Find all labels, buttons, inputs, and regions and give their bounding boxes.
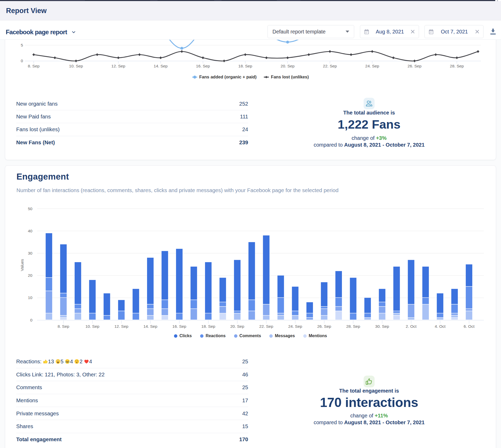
svg-text:10. Sep: 10. Sep	[69, 64, 83, 68]
svg-text:28. Sep: 28. Sep	[346, 324, 360, 329]
svg-text:5: 5	[21, 43, 23, 47]
svg-text:14. Sep: 14. Sep	[143, 324, 157, 329]
svg-text:40: 40	[28, 229, 33, 233]
svg-text:0: 0	[21, 59, 23, 63]
svg-text:10. Sep: 10. Sep	[85, 324, 99, 329]
svg-text:20: 20	[28, 273, 33, 278]
svg-text:12. Sep: 12. Sep	[114, 324, 128, 329]
svg-text:26. Sep: 26. Sep	[407, 64, 421, 68]
svg-text:0: 0	[30, 318, 32, 322]
svg-text:16. Sep: 16. Sep	[196, 64, 210, 68]
svg-text:12. Sep: 12. Sep	[111, 64, 125, 68]
svg-text:20. Sep: 20. Sep	[230, 324, 244, 329]
svg-text:24. Sep: 24. Sep	[365, 64, 379, 68]
svg-text:Values: Values	[20, 259, 24, 271]
svg-text:14. Sep: 14. Sep	[154, 64, 167, 68]
svg-text:30. Sep: 30. Sep	[375, 324, 389, 329]
svg-text:22. Sep: 22. Sep	[259, 324, 273, 329]
svg-text:50: 50	[28, 206, 33, 211]
svg-text:8. Sep: 8. Sep	[57, 324, 69, 329]
svg-text:20. Sep: 20. Sep	[281, 64, 294, 68]
svg-text:2. Oct: 2. Oct	[406, 324, 417, 329]
svg-text:26. Sep: 26. Sep	[317, 324, 331, 329]
svg-text:16. Sep: 16. Sep	[172, 324, 186, 329]
svg-text:18. Sep: 18. Sep	[201, 324, 215, 329]
svg-text:18. Sep: 18. Sep	[238, 64, 252, 68]
svg-text:8. Sep: 8. Sep	[28, 64, 40, 68]
svg-text:4. Oct: 4. Oct	[435, 324, 446, 329]
svg-text:30: 30	[28, 251, 33, 255]
svg-text:6. Oct: 6. Oct	[464, 324, 475, 329]
svg-text:28. Sep: 28. Sep	[450, 64, 464, 68]
svg-text:24. Sep: 24. Sep	[288, 324, 302, 329]
svg-text:22. Sep: 22. Sep	[323, 64, 337, 68]
svg-text:10: 10	[28, 295, 33, 300]
